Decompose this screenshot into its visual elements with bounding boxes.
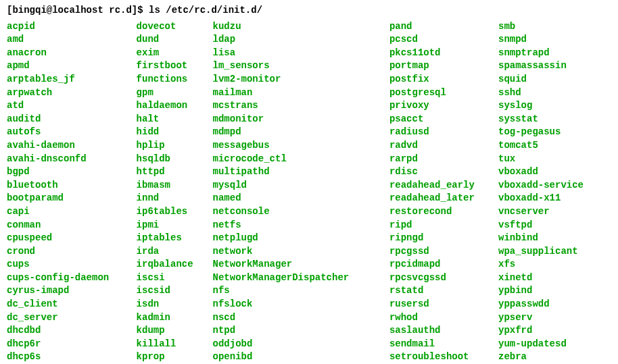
file-entry: cups [7, 258, 137, 271]
file-entry: hidd [137, 126, 213, 139]
file-entry: nfs [213, 284, 389, 298]
file-entry: dhcdbd [7, 324, 137, 338]
file-entry: dc_server [7, 311, 137, 325]
file-entry: autofs [7, 126, 137, 139]
file-entry: bootparamd [7, 192, 137, 205]
file-entry: saslauthd [389, 324, 498, 338]
file-entry: amd [7, 33, 137, 47]
file-entry: killall [137, 338, 213, 351]
file-entry: kadmin [137, 311, 213, 325]
shell-prompt: [bingqi@localhost rc.d]$ ls /etc/rc.d/in… [7, 4, 611, 18]
file-entry: sysstat [498, 113, 611, 126]
file-entry: spamassassin [498, 59, 611, 73]
file-entry: winbind [498, 232, 611, 245]
file-entry: mcstrans [213, 99, 389, 113]
file-entry: iscsi [137, 271, 213, 285]
file-entry: exim [137, 47, 213, 60]
file-entry: bluetooth [7, 179, 137, 192]
file-entry: syslog [498, 99, 611, 113]
file-entry: radiusd [389, 126, 498, 139]
file-entry: ripd [389, 219, 498, 232]
file-entry: mysqld [213, 179, 389, 192]
file-entry: postgresql [389, 86, 498, 100]
file-entry: vsftpd [498, 219, 611, 232]
file-entry: haldaemon [137, 99, 213, 113]
file-entry: psacct [389, 113, 498, 126]
ls-output: acpidamdanacronapmdarptables_jfarpwatcha… [7, 20, 611, 364]
file-entry: kdump [137, 324, 213, 338]
file-entry: arptables_jf [7, 73, 137, 86]
column-3: kudzuldaplisalm_sensorslvm2-monitormailm… [213, 20, 389, 364]
file-entry: halt [137, 113, 213, 126]
file-entry: nfslock [213, 298, 389, 311]
file-entry: squid [498, 73, 611, 86]
file-entry: gpm [137, 86, 213, 100]
file-entry: hplip [137, 139, 213, 153]
file-entry: avahi-dnsconfd [7, 153, 137, 166]
file-entry: ypbind [498, 284, 611, 298]
file-entry: iptables [137, 232, 213, 245]
file-entry: auditd [7, 113, 137, 126]
file-entry: microcode_ctl [213, 153, 389, 166]
file-entry: mdmpd [213, 126, 389, 139]
column-4: pandpcscdpkcs11otdportmappostfixpostgres… [389, 20, 498, 364]
file-entry: netplugd [213, 232, 389, 245]
file-entry: yum-updatesd [498, 338, 611, 351]
file-entry: lm_sensors [213, 59, 389, 73]
file-entry: setroubleshoot [389, 350, 498, 364]
file-entry: ipmi [137, 219, 213, 232]
file-entry: iscsid [137, 284, 213, 298]
file-entry: isdn [137, 298, 213, 311]
file-entry: openibd [213, 350, 389, 364]
file-entry: rwhod [389, 311, 498, 325]
file-entry: tux [498, 153, 611, 166]
file-entry: nscd [213, 311, 389, 325]
file-entry: kudzu [213, 20, 389, 34]
file-entry: rusersd [389, 298, 498, 311]
file-entry: rarpd [389, 153, 498, 166]
file-entry: irda [137, 245, 213, 259]
file-entry: snmptrapd [498, 47, 611, 60]
file-entry: xinetd [498, 271, 611, 285]
file-entry: rpcsvcgssd [389, 271, 498, 285]
file-entry: atd [7, 99, 137, 113]
file-entry: sendmail [389, 338, 498, 351]
file-entry: rdisc [389, 165, 498, 179]
file-entry: zebra [498, 350, 611, 364]
file-entry: apmd [7, 59, 137, 73]
file-entry: privoxy [389, 99, 498, 113]
file-entry: dovecot [137, 20, 213, 34]
file-entry: readahead_early [389, 179, 498, 192]
file-entry: dhcp6r [7, 338, 137, 351]
file-entry: NetworkManager [213, 258, 389, 271]
file-entry: rpcidmapd [389, 258, 498, 271]
file-entry: restorecond [389, 205, 498, 219]
file-entry: hsqldb [137, 153, 213, 166]
file-entry: anacron [7, 47, 137, 60]
file-entry: lvm2-monitor [213, 73, 389, 86]
file-entry: ntpd [213, 324, 389, 338]
file-entry: smb [498, 20, 611, 34]
file-entry: postfix [389, 73, 498, 86]
file-entry: httpd [137, 165, 213, 179]
file-entry: avahi-daemon [7, 139, 137, 153]
file-entry: ldap [213, 33, 389, 47]
file-entry: conman [7, 219, 137, 232]
file-entry: kprop [137, 350, 213, 364]
file-entry: tomcat5 [498, 139, 611, 153]
file-entry: pkcs11otd [389, 47, 498, 60]
file-entry: snmpd [498, 33, 611, 47]
file-entry: rpcgssd [389, 245, 498, 259]
file-entry: rstatd [389, 284, 498, 298]
file-entry: pand [389, 20, 498, 34]
file-entry: portmap [389, 59, 498, 73]
file-entry: NetworkManagerDispatcher [213, 271, 389, 285]
file-entry: messagebus [213, 139, 389, 153]
file-entry: vboxadd-x11 [498, 192, 611, 205]
file-entry: netconsole [213, 205, 389, 219]
file-entry: ypserv [498, 311, 611, 325]
file-entry: irqbalance [137, 258, 213, 271]
file-entry: network [213, 245, 389, 259]
file-entry: ripngd [389, 232, 498, 245]
file-entry: radvd [389, 139, 498, 153]
